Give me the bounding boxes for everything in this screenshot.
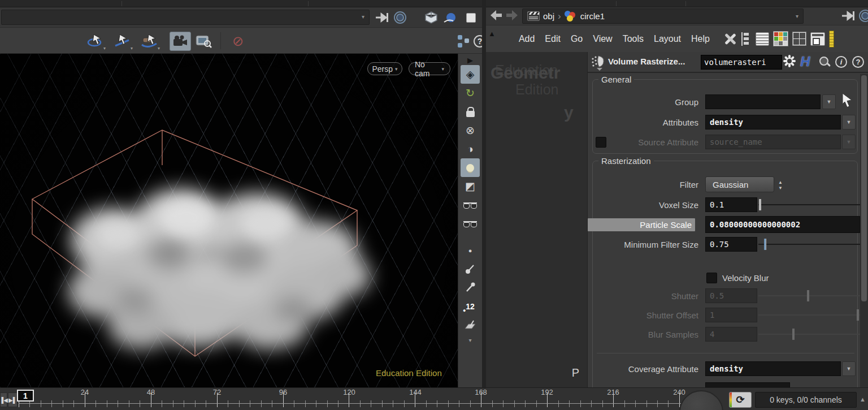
- expand-playbar-icon[interactable]: ▲: [860, 396, 866, 403]
- perspective-view-button[interactable]: Persp▾: [367, 62, 402, 75]
- no-operation-icon[interactable]: ⊘: [227, 32, 249, 51]
- info-icon[interactable]: i: [835, 56, 847, 68]
- context-watermark: y: [564, 103, 574, 122]
- attributes-dropdown-button[interactable]: ▼: [842, 115, 856, 130]
- menu-go[interactable]: Go: [566, 34, 588, 44]
- display-points-icon[interactable]: ●: [461, 241, 480, 260]
- filter-dropdown[interactable]: Gaussian: [705, 176, 774, 192]
- menu-edit[interactable]: Edit: [540, 34, 566, 44]
- ruler-icon[interactable]: [829, 31, 834, 48]
- list-view-icon[interactable]: [756, 32, 769, 46]
- timeline-ruler[interactable]: 24 48 72 96 120 144 168 192 216 240: [19, 392, 681, 407]
- display-point-normals-icon[interactable]: [461, 260, 480, 278]
- shutter-input[interactable]: 0.5: [705, 288, 757, 303]
- lock-icon[interactable]: [461, 102, 480, 121]
- camera-view-tool-button[interactable]: [170, 32, 191, 51]
- shading-mode-icon[interactable]: ◑: [461, 140, 480, 158]
- blur-samples-slider[interactable]: [758, 327, 860, 342]
- more-options-icon[interactable]: ▾: [461, 334, 480, 346]
- help-icon[interactable]: ?: [852, 56, 864, 68]
- maximize-pane-icon[interactable]: [462, 9, 479, 26]
- blur-samples-input[interactable]: 4: [705, 327, 757, 342]
- partial-parameter-input[interactable]: [705, 382, 790, 387]
- customize-tools-icon[interactable]: [723, 32, 737, 46]
- node-name-field[interactable]: volumerasteri: [701, 55, 782, 70]
- frame-view-button[interactable]: [193, 32, 214, 51]
- coverage-attribute-input[interactable]: density: [705, 361, 841, 376]
- network-editor-pane[interactable]: Education Edition Geometr y P: [486, 52, 588, 387]
- coverage-attribute-dropdown-button[interactable]: ▼: [842, 361, 856, 376]
- breadcrumb-context[interactable]: obj: [543, 11, 554, 21]
- pin-pane-icon[interactable]: [841, 10, 854, 23]
- playback-reverse-button[interactable]: ▐◀: [0, 392, 7, 407]
- desktop-layout-icon[interactable]: [810, 32, 825, 46]
- group-dropdown-button[interactable]: ▼: [822, 94, 836, 109]
- forward-icon[interactable]: [505, 9, 519, 23]
- radial-menu-icon[interactable]: [859, 10, 868, 22]
- display-point-numbers-icon[interactable]: 12●: [461, 297, 480, 316]
- breadcrumb-node[interactable]: circle1: [580, 11, 605, 21]
- pane-arrow-icon[interactable]: ▶: [461, 55, 480, 65]
- velocity-blur-parameter-row: Velocity Blur: [588, 270, 868, 286]
- 3d-viewport[interactable]: Persp▾ No cam▾ Education Edition: [0, 54, 458, 387]
- playhead-current-frame[interactable]: 1: [17, 390, 34, 402]
- display-materials-icon[interactable]: ◩: [461, 177, 480, 196]
- group-input[interactable]: [705, 94, 821, 109]
- particle-scale-input[interactable]: 0.08000000000000002: [705, 216, 860, 233]
- pane-arrow-icon[interactable]: ▲: [488, 29, 496, 38]
- camera-select-button[interactable]: No cam▾: [409, 62, 450, 75]
- breadcrumb[interactable]: obj › circle1 ▾: [522, 8, 804, 24]
- shutter-offset-label: Shutter Offset: [588, 310, 698, 320]
- menu-help[interactable]: Help: [686, 34, 715, 44]
- back-icon[interactable]: [489, 9, 503, 23]
- menu-tools[interactable]: Tools: [618, 34, 649, 44]
- attributes-input[interactable]: density: [705, 115, 841, 130]
- snap-mode-icon[interactable]: ↻: [461, 84, 480, 102]
- radial-menu-icon[interactable]: [392, 9, 409, 26]
- icon-grid-icon[interactable]: [792, 32, 806, 46]
- shutter-offset-slider[interactable]: [758, 308, 860, 322]
- chevron-down-icon[interactable]: ▾: [796, 13, 798, 19]
- color-palette-icon[interactable]: [773, 31, 788, 46]
- view-tool-button[interactable]: ▾: [85, 32, 106, 51]
- geometry-cube-icon[interactable]: [423, 9, 440, 26]
- display-options-dropdown[interactable]: [1, 10, 370, 25]
- display-point-trails-icon[interactable]: [461, 278, 480, 297]
- shutter-slider[interactable]: [758, 288, 860, 303]
- auto-update-icon[interactable]: ⟳: [729, 392, 752, 408]
- parameter-scrollbar[interactable]: [860, 74, 868, 387]
- pane-divider[interactable]: [482, 0, 486, 410]
- handles-tool-button[interactable]: ▾: [139, 32, 160, 51]
- visualizers-icon[interactable]: [461, 196, 480, 214]
- tree-view-icon[interactable]: [741, 32, 752, 46]
- pane-link-icon[interactable]: [455, 32, 472, 51]
- velocity-blur-checkbox[interactable]: [706, 273, 717, 283]
- construction-plane-icon[interactable]: [461, 316, 480, 334]
- pin-pane-icon[interactable]: [373, 9, 390, 26]
- jog-dial[interactable]: [679, 390, 723, 410]
- select-tool-button[interactable]: ▾: [112, 32, 133, 51]
- lighting-icon[interactable]: [461, 158, 480, 177]
- scrollbar-thumb[interactable]: [861, 75, 867, 301]
- select-arrow-icon[interactable]: [841, 93, 853, 107]
- minimum-filter-size-input[interactable]: 0.75: [705, 237, 757, 252]
- playback-forward-button[interactable]: ▶▌: [8, 392, 18, 407]
- scene-visualizers-icon[interactable]: [461, 214, 480, 233]
- frame-label: 96: [279, 388, 287, 396]
- menu-layout[interactable]: Layout: [649, 34, 686, 44]
- voxel-size-input[interactable]: 0.1: [705, 197, 757, 212]
- spinner-icon[interactable]: ▲▼: [776, 180, 785, 191]
- select-geometry-icon[interactable]: [442, 9, 459, 26]
- reference-plane-icon[interactable]: ◈: [461, 65, 480, 84]
- shutter-offset-input[interactable]: 1: [705, 308, 757, 322]
- source-attribute-dropdown-button[interactable]: ▼: [842, 135, 856, 149]
- minimum-filter-size-slider[interactable]: [758, 237, 860, 252]
- pane-tab-strip[interactable]: [0, 0, 868, 7]
- voxel-size-slider[interactable]: [758, 197, 860, 212]
- menu-view[interactable]: View: [588, 34, 617, 44]
- source-attribute-label: Source Attribute: [588, 137, 698, 147]
- source-attribute-input[interactable]: source_name: [705, 135, 841, 149]
- headlight-only-icon[interactable]: ⊗: [461, 121, 480, 140]
- menu-add[interactable]: Add: [514, 34, 540, 44]
- keys-status-field[interactable]: 0 keys, 0/0 channels: [755, 392, 857, 408]
